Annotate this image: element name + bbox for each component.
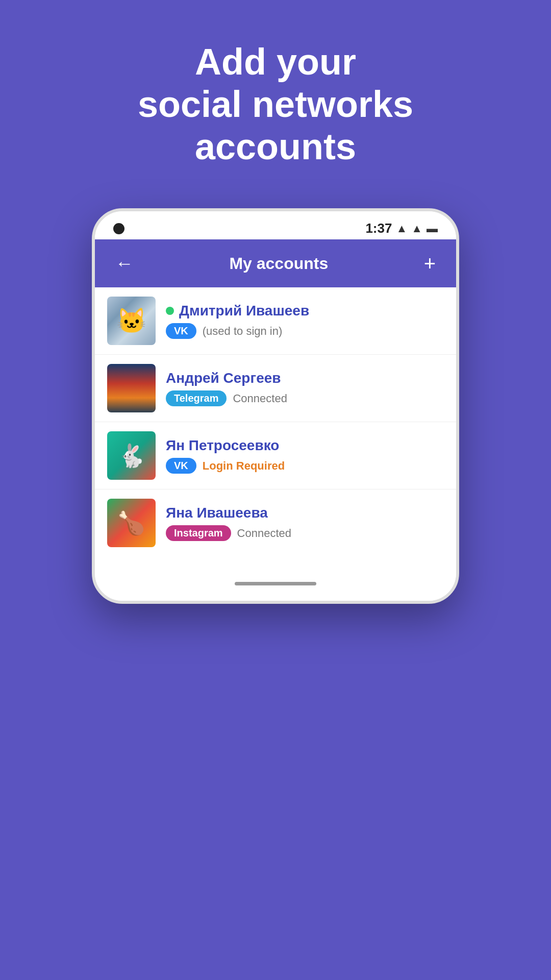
account-info-3: Яна ИвашееваInstagramConnected <box>166 505 291 541</box>
account-name-3: Яна Ивашеева <box>166 505 268 521</box>
account-status-0: (used to sign in) <box>203 325 283 338</box>
account-avatar-3 <box>107 499 156 547</box>
account-list-item[interactable]: Ян ПетросеевкоVKLogin Required <box>95 422 456 489</box>
status-bar: 1:37 ▲ ▲ ▬ <box>95 211 456 239</box>
back-button[interactable]: ← <box>110 251 139 276</box>
account-name-row-2: Ян Петросеевко <box>166 437 285 454</box>
account-avatar-0 <box>107 297 156 345</box>
account-name-row-0: Дмитрий Ивашеев <box>166 303 309 319</box>
status-right: 1:37 ▲ ▲ ▬ <box>365 220 438 236</box>
toolbar-title: My accounts <box>229 254 328 273</box>
signal-icon: ▲ <box>411 222 422 235</box>
badges-row-3: InstagramConnected <box>166 525 291 541</box>
account-info-1: Андрей СергеевTelegramConnected <box>166 370 287 406</box>
phone-bottom-bar <box>95 572 456 601</box>
app-toolbar: ← My accounts + <box>95 239 456 287</box>
badge-telegram-1: Telegram <box>166 390 227 406</box>
badges-row-2: VKLogin Required <box>166 458 285 474</box>
account-avatar-1 <box>107 364 156 412</box>
account-name-row-3: Яна Ивашеева <box>166 505 291 521</box>
account-list-item[interactable]: Яна ИвашееваInstagramConnected <box>95 489 456 556</box>
accounts-list: Дмитрий ИвашеевVK(used to sign in)Андрей… <box>95 287 456 572</box>
badge-instagram-3: Instagram <box>166 525 231 541</box>
hero-title: Add your social networks accounts <box>97 41 454 167</box>
account-name-row-1: Андрей Сергеев <box>166 370 287 386</box>
phone-mockup: 1:37 ▲ ▲ ▬ ← My accounts + Дмитрий Иваше… <box>92 208 459 604</box>
account-status-1: Connected <box>233 392 287 405</box>
online-indicator <box>166 307 174 315</box>
account-name-1: Андрей Сергеев <box>166 370 281 386</box>
battery-icon: ▬ <box>427 222 438 235</box>
account-list-item[interactable]: Дмитрий ИвашеевVK(used to sign in) <box>95 287 456 355</box>
account-status-2: Login Required <box>203 459 285 473</box>
badges-row-1: TelegramConnected <box>166 390 287 406</box>
account-info-2: Ян ПетросеевкоVKLogin Required <box>166 437 285 474</box>
wifi-icon: ▲ <box>396 222 407 235</box>
account-avatar-2 <box>107 431 156 480</box>
account-list-item[interactable]: Андрей СергеевTelegramConnected <box>95 355 456 422</box>
account-status-3: Connected <box>237 527 291 540</box>
account-info-0: Дмитрий ИвашеевVK(used to sign in) <box>166 303 309 339</box>
home-indicator <box>235 582 316 585</box>
account-name-0: Дмитрий Ивашеев <box>179 303 309 319</box>
camera-dot <box>113 223 124 234</box>
add-account-button[interactable]: + <box>419 251 441 276</box>
badge-vk-0: VK <box>166 323 196 339</box>
account-name-2: Ян Петросеевко <box>166 437 279 454</box>
badge-vk-2: VK <box>166 458 196 474</box>
badges-row-0: VK(used to sign in) <box>166 323 309 339</box>
status-time: 1:37 <box>365 220 392 236</box>
